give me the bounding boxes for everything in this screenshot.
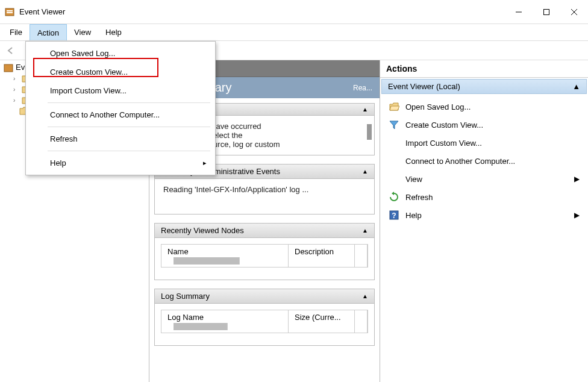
- collapse-icon[interactable]: ▲: [362, 168, 368, 175]
- table-header-row: Name Description: [161, 244, 368, 268]
- blank-icon: [389, 174, 399, 184]
- col-extra[interactable]: [355, 245, 367, 267]
- action-import-custom-view[interactable]: Import Custom View...: [380, 134, 588, 152]
- collapse-icon[interactable]: ▲: [362, 227, 368, 234]
- submenu-arrow-icon: ▸: [203, 159, 207, 167]
- scrollbar-thumb[interactable]: [367, 124, 372, 140]
- action-label: Help: [405, 211, 422, 220]
- menu-open-saved-log[interactable]: Open Saved Log...: [26, 44, 215, 63]
- window-controls: [505, 0, 588, 23]
- logsum-header[interactable]: Log Summary ▲: [155, 289, 374, 304]
- menu-action[interactable]: Action: [30, 24, 67, 40]
- action-label: Refresh: [405, 193, 433, 202]
- action-label: Connect to Another Computer...: [405, 157, 515, 166]
- expander-icon[interactable]: ›: [13, 97, 19, 104]
- svg-rect-7: [4, 64, 13, 72]
- menu-separator: [48, 151, 210, 151]
- actions-list: Open Saved Log... Create Custom View... …: [380, 95, 588, 227]
- expander-icon[interactable]: ›: [13, 86, 19, 93]
- action-view[interactable]: View ▶: [380, 170, 588, 188]
- collapse-icon[interactable]: ▲: [362, 293, 368, 299]
- table-header-row: Log Name Size (Curre...: [161, 310, 368, 333]
- summary-body: Reading 'Intel-GFX-Info/Application' log…: [155, 179, 374, 214]
- menu-bar: File Action View Help: [0, 24, 588, 41]
- title-bar: Event Viewer: [0, 0, 588, 24]
- recent-header[interactable]: Recently Viewed Nodes ▲: [155, 224, 374, 238]
- loading-bar: [174, 257, 240, 265]
- menu-connect-computer[interactable]: Connect to Another Computer...: [26, 105, 215, 124]
- close-button[interactable]: [560, 0, 588, 23]
- menu-refresh[interactable]: Refresh: [26, 130, 215, 148]
- maximize-button[interactable]: [533, 0, 560, 23]
- app-icon: [5, 7, 14, 17]
- back-button[interactable]: [4, 43, 18, 58]
- col-size[interactable]: Size (Curre...: [289, 310, 355, 333]
- menu-separator: [48, 127, 210, 127]
- svg-rect-1: [7, 10, 13, 11]
- svg-rect-4: [544, 9, 549, 14]
- menu-separator: [48, 102, 210, 103]
- action-open-saved-log[interactable]: Open Saved Log...: [380, 98, 588, 116]
- actions-pane: Actions Event Viewer (Local) ▲ Open Save…: [380, 60, 588, 382]
- action-label: Create Custom View...: [405, 121, 483, 130]
- action-label: Import Custom View...: [405, 139, 482, 148]
- submenu-arrow-icon: ▶: [574, 175, 580, 183]
- svg-text:?: ?: [392, 211, 396, 220]
- app-icon: [4, 63, 13, 72]
- col-name[interactable]: Name: [161, 245, 289, 267]
- help-icon: ?: [389, 210, 399, 221]
- action-refresh[interactable]: Refresh: [380, 188, 588, 206]
- action-label: Open Saved Log...: [405, 102, 471, 111]
- menu-help[interactable]: Help: [98, 24, 129, 40]
- actions-group-header[interactable]: Event Viewer (Local) ▲: [381, 79, 587, 94]
- submenu-arrow-icon: ▶: [574, 211, 580, 219]
- group-header-label: Event Viewer (Local): [388, 82, 460, 91]
- action-help[interactable]: ? Help ▶: [380, 206, 588, 224]
- recent-title: Recently Viewed Nodes: [161, 226, 244, 235]
- menu-file[interactable]: File: [2, 24, 30, 40]
- action-create-custom-view[interactable]: Create Custom View...: [380, 116, 588, 134]
- action-connect-computer[interactable]: Connect to Another Computer...: [380, 152, 588, 170]
- action-menu-dropdown: Open Saved Log... Create Custom View... …: [25, 41, 216, 175]
- menu-import-custom-view[interactable]: Import Custom View...: [26, 81, 215, 100]
- col-logname[interactable]: Log Name: [161, 310, 289, 333]
- loading-bar: [174, 323, 228, 330]
- recent-nodes-section: Recently Viewed Nodes ▲ Name Description: [154, 223, 375, 280]
- minimize-button[interactable]: [505, 0, 533, 23]
- svg-rect-2: [7, 12, 13, 13]
- tree-root-label: Ev: [16, 63, 25, 72]
- col-description[interactable]: Description: [289, 245, 355, 267]
- expander-icon[interactable]: ›: [13, 75, 19, 82]
- log-summary-section: Log Summary ▲ Log Name Size (Curre...: [154, 289, 375, 346]
- menu-view[interactable]: View: [67, 24, 98, 40]
- collapse-icon[interactable]: ▲: [362, 106, 368, 113]
- subheader-status: Rea...: [353, 84, 372, 92]
- folder-open-icon: [389, 101, 399, 112]
- funnel-icon: [389, 119, 399, 130]
- blank-icon: [389, 137, 399, 148]
- blank-icon: [389, 155, 399, 166]
- action-label: View: [405, 175, 422, 184]
- menu-help[interactable]: Help▸: [26, 154, 215, 172]
- actions-title: Actions: [380, 60, 588, 78]
- collapse-icon[interactable]: ▲: [572, 82, 580, 91]
- logsum-title: Log Summary: [161, 292, 210, 301]
- refresh-icon: [389, 192, 399, 202]
- menu-create-custom-view[interactable]: Create Custom View...: [26, 63, 215, 81]
- window-title: Event Viewer: [19, 7, 505, 16]
- col-extra[interactable]: [355, 310, 367, 333]
